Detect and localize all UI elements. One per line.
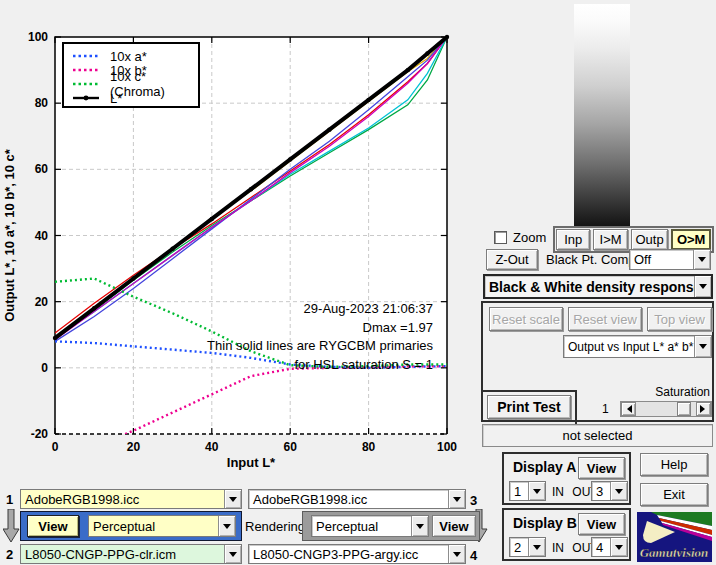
legend-entry: 10x a* (72, 49, 198, 63)
legend-sample (72, 77, 100, 92)
reset-view-button[interactable]: Reset view (568, 307, 642, 331)
dropdown-button[interactable] (411, 516, 428, 536)
rendering-label: Rendering (245, 519, 305, 534)
slider-right-button[interactable] (696, 402, 711, 416)
dropdown-button[interactable] (448, 490, 465, 508)
help-button[interactable]: Help (640, 453, 708, 476)
svg-text:Output L*, 10 a*, 10 b*, 10 c*: Output L*, 10 a*, 10 b*, 10 c* (2, 148, 17, 322)
profile-4-value: L8050-CNGP3-PPG-argy.icc (249, 545, 448, 563)
chain-3-label: 3 (470, 491, 477, 509)
status-text: not selected (562, 428, 632, 443)
grayscale-ramp (574, 4, 630, 226)
display-a-group: Display A View 1 IN OUT 3 (502, 452, 631, 505)
dropdown-button[interactable] (528, 538, 545, 556)
legend-label: 10x c* (Chroma) (110, 69, 198, 99)
dropdown-button[interactable] (224, 490, 241, 508)
chart-region: 020406080100-20020406080100Input L*Outpu… (0, 0, 480, 487)
chart-annotations: 29-Aug-2023 21:06:37 Dmax =1.97 Thin sol… (207, 300, 433, 374)
output-to-monitor-button[interactable]: O>M (671, 229, 711, 250)
chevron-down-icon (416, 524, 424, 533)
annotation-timestamp: 29-Aug-2023 21:06:37 (207, 300, 433, 319)
profile-3-select[interactable]: AdobeRGB1998.icc (248, 489, 466, 509)
profile-1-select[interactable]: AdobeRGB1998.icc (20, 489, 242, 509)
view-mode-value: Output vs Input L* a* b* c* (564, 336, 694, 357)
input-to-monitor-button[interactable]: I>M (593, 229, 627, 250)
display-b-title: Display B (513, 515, 577, 531)
slider-left-button[interactable] (621, 402, 636, 416)
svg-text:80: 80 (35, 96, 49, 110)
svg-text:20: 20 (127, 440, 141, 454)
dropdown-button[interactable] (693, 250, 710, 269)
slider-thumb[interactable] (677, 402, 691, 416)
display-b-in-select[interactable]: 2 (509, 537, 546, 557)
profile-3-value: AdobeRGB1998.icc (249, 490, 448, 508)
zoom-checkbox-label: Zoom (513, 230, 546, 245)
display-a-view-button[interactable]: View (578, 457, 625, 479)
display-a-title: Display A (513, 459, 576, 475)
dropdown-button[interactable] (528, 482, 545, 500)
print-test-button[interactable]: Print Test (487, 395, 571, 419)
black-pt-comp-select[interactable]: Off (629, 249, 711, 270)
view-left-button[interactable]: View (27, 515, 79, 537)
display-a-out-select[interactable]: 3 (591, 481, 628, 501)
legend-sample (72, 49, 100, 64)
svg-text:0: 0 (41, 361, 48, 375)
inp-button[interactable]: Inp (556, 229, 590, 250)
chevron-down-icon (699, 344, 707, 353)
left-rendering-panel: View Perceptual (20, 511, 242, 541)
dropdown-button[interactable] (218, 516, 235, 536)
flow-down-arrow-left (3, 509, 20, 543)
dropdown-button[interactable] (224, 545, 241, 563)
view-right-button[interactable]: View (432, 515, 476, 537)
exit-button[interactable]: Exit (640, 483, 708, 506)
status-bar: not selected (482, 424, 713, 447)
legend-label: 10x a* (110, 49, 147, 64)
svg-text:Input L*: Input L* (227, 455, 276, 470)
saturation-slider[interactable] (620, 401, 712, 417)
chevron-down-icon (229, 552, 237, 561)
chevron-down-icon (615, 545, 623, 554)
chevron-down-icon (223, 524, 231, 533)
profile-2-value: L8050-CNGP-PPG-clr.icm (21, 545, 224, 563)
rendering-intent-right-select[interactable]: Perceptual (311, 515, 429, 537)
chevron-down-icon (698, 257, 706, 266)
dropdown-button[interactable] (610, 538, 627, 556)
zoom-checkbox[interactable] (494, 231, 507, 244)
saturation-label: Saturation (620, 385, 710, 399)
annotation-dmax: Dmax =1.97 (207, 319, 433, 338)
z-out-button[interactable]: Z-Out (486, 249, 538, 270)
chevron-down-icon (699, 284, 707, 293)
density-response-value: Black & White density response (485, 276, 694, 297)
top-view-button[interactable]: Top view (647, 307, 712, 331)
profile-4-select[interactable]: L8050-CNGP3-PPG-argy.icc (248, 544, 466, 564)
display-b-out-select[interactable]: 4 (591, 537, 628, 557)
svg-text:60: 60 (284, 440, 298, 454)
density-response-select[interactable]: Black & White density response (483, 274, 713, 299)
outp-button[interactable]: Outp (631, 229, 669, 250)
dropdown-button[interactable] (610, 482, 627, 500)
display-b-view-button[interactable]: View (578, 513, 625, 535)
display-b-group: Display B View 2 IN OUT 4 (502, 508, 631, 561)
profile-1-number: 1 (6, 492, 13, 507)
dropdown-button[interactable] (694, 336, 711, 357)
rendering-intent-left-select[interactable]: Perceptual (88, 515, 236, 537)
reset-scale-button[interactable]: Reset scale (489, 307, 563, 331)
svg-text:0: 0 (52, 440, 59, 454)
svg-text:100: 100 (28, 30, 48, 44)
display-b-out-value: 4 (592, 538, 610, 556)
svg-text:100: 100 (437, 440, 457, 454)
display-a-in-select[interactable]: 1 (509, 481, 546, 501)
chevron-down-icon (453, 497, 461, 506)
legend-sample (72, 63, 100, 78)
chevron-down-icon (229, 497, 237, 506)
dropdown-button[interactable] (694, 276, 711, 297)
profile-2-select[interactable]: L8050-CNGP-PPG-clr.icm (20, 544, 242, 564)
dropdown-button[interactable] (448, 545, 465, 563)
logo-text: Gamutvision (640, 545, 709, 560)
svg-text:80: 80 (362, 440, 376, 454)
legend-sample (72, 91, 100, 106)
legend-label: L* (110, 91, 122, 106)
view-mode-select[interactable]: Output vs Input L* a* b* c* (563, 335, 712, 358)
black-pt-comp-label: Black Pt. Comp. (546, 252, 639, 267)
slider-track[interactable] (636, 402, 696, 416)
